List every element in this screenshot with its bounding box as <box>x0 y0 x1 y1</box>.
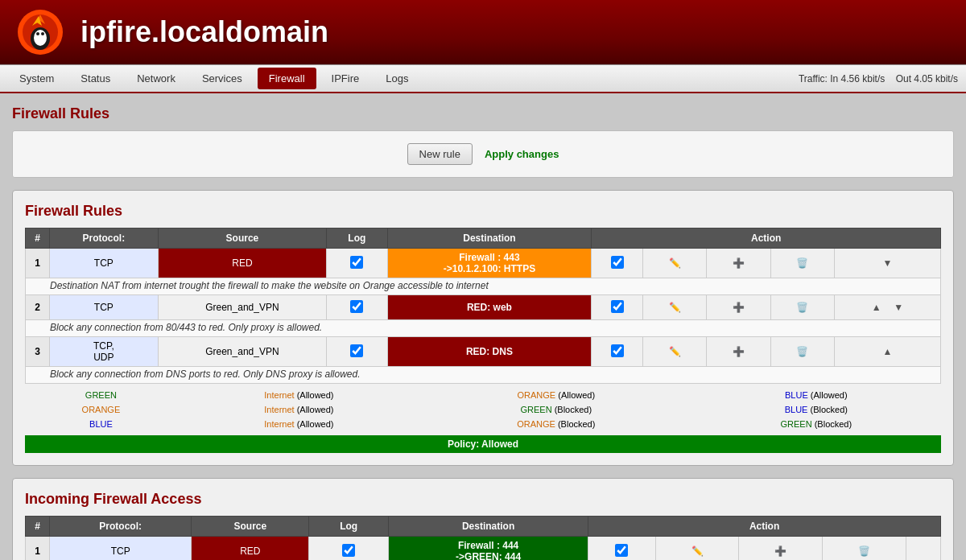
inc-row1-action-edit[interactable]: ✏️ <box>655 537 739 561</box>
row1-action-add[interactable]: ➕ <box>707 249 770 278</box>
inc-row1-delete-icon[interactable]: 🗑️ <box>856 542 873 560</box>
page-content: Firewall Rules New rule Apply changes Fi… <box>0 93 966 560</box>
inc-row1-edit-icon[interactable]: ✏️ <box>688 542 706 560</box>
row2-down-arrow-icon[interactable] <box>890 299 907 316</box>
inc-row1-num: 1 <box>26 537 50 561</box>
nav-system[interactable]: System <box>8 68 65 89</box>
row2-source: Green_and_VPN <box>158 295 327 320</box>
inc-col-log: Log <box>309 517 389 537</box>
row1-log-checkbox[interactable] <box>350 256 363 269</box>
row1-comment: Destination NAT from internet trought th… <box>26 278 941 295</box>
row1-action-down[interactable] <box>834 249 940 278</box>
nav-items: System Status Network Services Firewall … <box>8 68 799 89</box>
nav-network[interactable]: Network <box>126 68 187 89</box>
legend-blue: BLUE <box>25 417 177 431</box>
row2-log-checkbox[interactable] <box>350 300 363 313</box>
legend-orange-allowed: ORANGE (Allowed) <box>421 388 691 402</box>
inc-row1-action-add[interactable]: ➕ <box>739 537 823 561</box>
row2-num: 2 <box>26 295 50 320</box>
nav-ipfire[interactable]: IPFire <box>320 68 371 89</box>
svg-point-6 <box>36 32 39 35</box>
col-num: # <box>26 229 50 249</box>
col-source: Source <box>158 229 327 249</box>
inc-row1-action-delete[interactable]: 🗑️ <box>823 537 906 561</box>
traffic-label: Traffic: <box>799 73 828 84</box>
row3-action-edit[interactable]: ✏️ <box>643 337 707 367</box>
nav-logs[interactable]: Logs <box>374 68 419 89</box>
svg-point-3 <box>34 30 47 46</box>
page-title-area: Firewall Rules <box>12 105 954 122</box>
inc-row1-destination: Firewall : 444->GREEN: 444 <box>389 537 588 561</box>
row1-action-edit[interactable]: ✏️ <box>643 249 707 278</box>
inc-row1-log-checkbox[interactable] <box>342 544 355 557</box>
row2-add-icon[interactable]: ➕ <box>730 299 748 316</box>
row2-enabled-checkbox[interactable] <box>611 300 624 313</box>
policy-bar: Policy: Allowed <box>25 435 941 453</box>
row2-up-arrow-icon[interactable] <box>868 299 886 316</box>
row3-destination: RED: DNS <box>387 337 592 367</box>
row3-delete-icon[interactable]: 🗑️ <box>794 343 811 360</box>
row1-enabled-checkbox[interactable] <box>611 256 624 269</box>
inc-row1-enabled-checkbox[interactable] <box>615 544 628 557</box>
inc-rule-row-1: 1 TCP RED Firewall : 444->GREEN: 444 ✏️ <box>26 537 941 561</box>
nav-status[interactable]: Status <box>69 68 122 89</box>
col-log: Log <box>327 229 387 249</box>
legend-row-3: BLUE Internet (Allowed) ORANGE (Blocked)… <box>25 417 941 431</box>
traffic-in: In 4.56 kbit/s <box>830 73 885 84</box>
inc-row1-protocol: TCP <box>50 537 192 561</box>
row3-num: 3 <box>26 337 50 367</box>
row1-log <box>327 249 387 278</box>
apply-changes-button[interactable]: Apply changes <box>485 148 559 160</box>
fw-rules-table: # Protocol: Source Log Destination Actio… <box>25 228 941 384</box>
legend-internet-allowed-1: Internet (Allowed) <box>177 388 421 402</box>
row1-action-delete[interactable]: 🗑️ <box>770 249 834 278</box>
row1-delete-icon[interactable]: 🗑️ <box>794 254 811 272</box>
nav-firewall[interactable]: Firewall <box>258 68 316 89</box>
row2-action-arrows[interactable] <box>834 295 940 320</box>
fw-rule-comment-1: Destination NAT from internet trought th… <box>26 278 941 295</box>
inc-row1-action-space <box>906 537 940 561</box>
site-logo <box>16 8 64 56</box>
col-protocol: Protocol: <box>50 229 159 249</box>
row1-add-icon[interactable]: ➕ <box>730 254 748 272</box>
row3-log <box>327 337 387 367</box>
row3-action-add[interactable]: ➕ <box>707 337 770 367</box>
legend-green-blocked: GREEN (Blocked) <box>421 402 691 417</box>
row3-log-checkbox[interactable] <box>350 344 363 357</box>
row3-edit-icon[interactable]: ✏️ <box>666 343 683 360</box>
fw-rule-comment-3: Block any connection from DNS ports to r… <box>26 367 941 384</box>
inc-row1-add-icon[interactable]: ➕ <box>772 542 790 560</box>
row3-source: Green_and_VPN <box>158 337 327 367</box>
inc-col-destination: Destination <box>389 517 588 537</box>
legend-orange: ORANGE <box>25 402 177 417</box>
row3-up-arrow-icon[interactable] <box>878 343 896 360</box>
row2-action-delete[interactable]: 🗑️ <box>770 295 834 320</box>
row3-action-delete[interactable]: 🗑️ <box>770 337 834 367</box>
row1-protocol: TCP <box>50 249 159 278</box>
svg-point-7 <box>41 32 44 35</box>
inc-col-action: Action <box>588 517 941 537</box>
row3-action-up[interactable] <box>834 337 940 367</box>
incoming-fw-title: Incoming Firewall Access <box>25 491 941 508</box>
nav-services[interactable]: Services <box>191 68 254 89</box>
legend-row-2: ORANGE Internet (Allowed) GREEN (Blocked… <box>25 402 941 417</box>
row2-delete-icon[interactable]: 🗑️ <box>794 299 811 316</box>
inc-row1-source: RED <box>192 537 309 561</box>
row1-down-arrow-icon[interactable] <box>878 254 896 272</box>
row2-destination: RED: web <box>387 295 592 320</box>
row1-num: 1 <box>26 249 50 278</box>
row2-edit-icon[interactable]: ✏️ <box>666 299 683 316</box>
legend-table: GREEN Internet (Allowed) ORANGE (Allowed… <box>25 388 941 431</box>
row2-action-add[interactable]: ➕ <box>707 295 770 320</box>
row3-add-icon[interactable]: ➕ <box>730 343 748 360</box>
new-rule-button[interactable]: New rule <box>407 143 473 165</box>
legend-internet-allowed-2: Internet (Allowed) <box>177 402 421 417</box>
inc-row1-action-check <box>588 537 656 561</box>
inc-col-source: Source <box>192 517 309 537</box>
row2-action-edit[interactable]: ✏️ <box>643 295 707 320</box>
col-destination: Destination <box>387 229 592 249</box>
row1-edit-icon[interactable]: ✏️ <box>666 254 683 272</box>
row3-enabled-checkbox[interactable] <box>611 344 624 357</box>
row1-destination: Firewall : 443->10.1.2.100: HTTPS <box>387 249 592 278</box>
inc-col-protocol: Protocol: <box>50 517 192 537</box>
